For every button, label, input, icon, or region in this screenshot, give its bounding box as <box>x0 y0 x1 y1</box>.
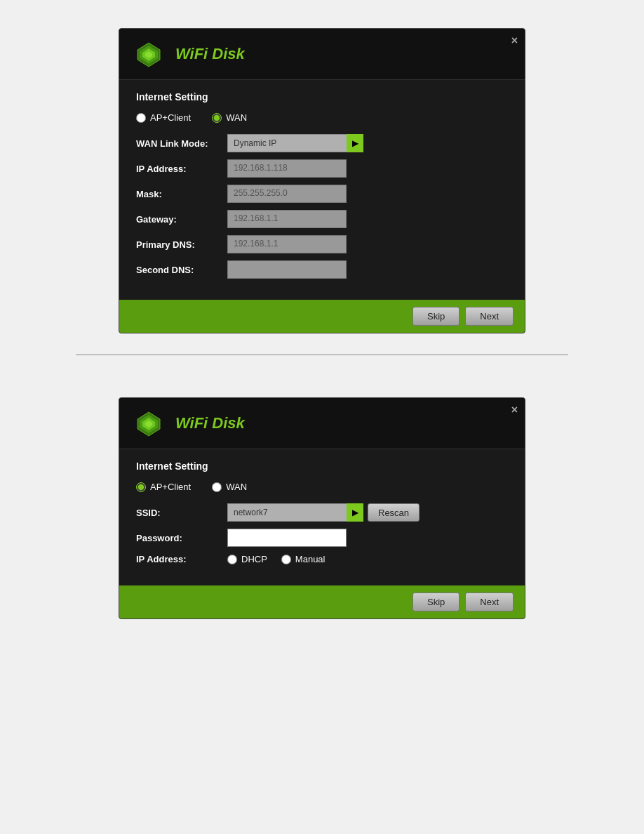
dialog-wan-setting: × WiFi Disk Internet Setting AP+Client W… <box>119 28 525 333</box>
primary-dns-value: 192.168.1.1 <box>227 235 347 253</box>
rescan-button[interactable]: Rescan <box>368 503 420 522</box>
mode-radio-group: AP+Client WAN <box>136 112 508 123</box>
ap-client-label: AP+Client <box>150 112 191 123</box>
dialog-body-2: Internet Setting AP+Client WAN SSID: ▶ R… <box>119 449 525 585</box>
close-button[interactable]: × <box>511 34 518 47</box>
ssid-arrow-btn[interactable]: ▶ <box>347 503 363 522</box>
wan-link-mode-row: WAN Link Mode: ▶ <box>136 134 508 152</box>
wan-radio-label-2[interactable]: WAN <box>212 482 247 492</box>
ip-address-row: IP Address: 192.168.1.118 <box>136 159 508 178</box>
wan-label-2: WAN <box>226 482 247 492</box>
dhcp-label: DHCP <box>241 554 267 564</box>
gateway-row: Gateway: 192.168.1.1 <box>136 210 508 228</box>
ip-address-value: 192.168.1.118 <box>227 159 347 178</box>
close-button-2[interactable]: × <box>511 404 518 416</box>
ssid-row: SSID: ▶ Rescan <box>136 503 508 522</box>
ip-address-label: IP Address: <box>136 164 227 174</box>
second-dns-label: Second DNS: <box>136 265 227 275</box>
dhcp-radio-label[interactable]: DHCP <box>227 554 267 564</box>
wan-radio[interactable] <box>212 113 222 123</box>
next-button-2[interactable]: Next <box>465 593 514 611</box>
dialog-title: WiFi Disk <box>175 45 245 63</box>
dialog-header-2: WiFi Disk <box>119 398 525 449</box>
wan-radio-2[interactable] <box>212 482 222 492</box>
gateway-label: Gateway: <box>136 214 227 225</box>
mode-radio-group-2: AP+Client WAN <box>136 482 508 492</box>
manual-radio-label[interactable]: Manual <box>281 554 326 564</box>
wan-link-mode-arrow-btn[interactable]: ▶ <box>347 134 363 152</box>
ap-client-radio[interactable] <box>136 113 146 123</box>
manual-label: Manual <box>295 554 326 564</box>
ip-mode-group: DHCP Manual <box>227 554 325 564</box>
wan-link-mode-label: WAN Link Mode: <box>136 138 227 149</box>
mask-value: 255.255.255.0 <box>227 185 347 203</box>
primary-dns-label: Primary DNS: <box>136 239 227 250</box>
password-row: Password: <box>136 529 508 547</box>
wan-label: WAN <box>226 112 247 123</box>
manual-radio[interactable] <box>281 555 291 564</box>
dialog-body: Internet Setting AP+Client WAN WAN Link … <box>119 80 525 300</box>
wan-radio-label[interactable]: WAN <box>212 112 247 123</box>
skip-button[interactable]: Skip <box>412 307 459 326</box>
ap-client-label-2: AP+Client <box>150 482 191 492</box>
ap-client-radio-label-2[interactable]: AP+Client <box>136 482 191 492</box>
second-dns-value <box>227 260 347 279</box>
ssid-input[interactable] <box>227 503 347 522</box>
skip-button-2[interactable]: Skip <box>412 593 459 611</box>
section-title: Internet Setting <box>136 91 508 102</box>
primary-dns-row: Primary DNS: 192.168.1.1 <box>136 235 508 253</box>
wan-link-mode-input[interactable] <box>227 134 347 152</box>
password-input[interactable] <box>227 529 347 547</box>
wifi-disk-logo <box>133 39 164 70</box>
second-dns-row: Second DNS: <box>136 260 508 279</box>
ip-address-mode-label: IP Address: <box>136 554 227 564</box>
section-title-2: Internet Setting <box>136 461 508 472</box>
dialog-footer-2: Skip Next <box>119 585 525 618</box>
ap-client-radio-label[interactable]: AP+Client <box>136 112 191 123</box>
ssid-input-group: ▶ <box>227 503 363 522</box>
next-button[interactable]: Next <box>465 307 514 326</box>
ap-client-radio-2[interactable] <box>136 482 146 492</box>
dialog-header: WiFi Disk <box>119 29 525 80</box>
dialog-ap-setting: × WiFi Disk Internet Setting AP+Client W… <box>119 397 525 619</box>
ip-address-mode-row: IP Address: DHCP Manual <box>136 554 508 564</box>
dhcp-radio[interactable] <box>227 555 237 564</box>
mask-row: Mask: 255.255.255.0 <box>136 185 508 203</box>
password-label: Password: <box>136 533 227 543</box>
wan-link-mode-input-group: ▶ <box>227 134 363 152</box>
ssid-label: SSID: <box>136 508 227 518</box>
mask-label: Mask: <box>136 189 227 199</box>
wifi-disk-logo-2 <box>133 408 164 439</box>
dialog-footer: Skip Next <box>119 300 525 333</box>
dialog-title-2: WiFi Disk <box>175 414 245 432</box>
gateway-value: 192.168.1.1 <box>227 210 347 228</box>
